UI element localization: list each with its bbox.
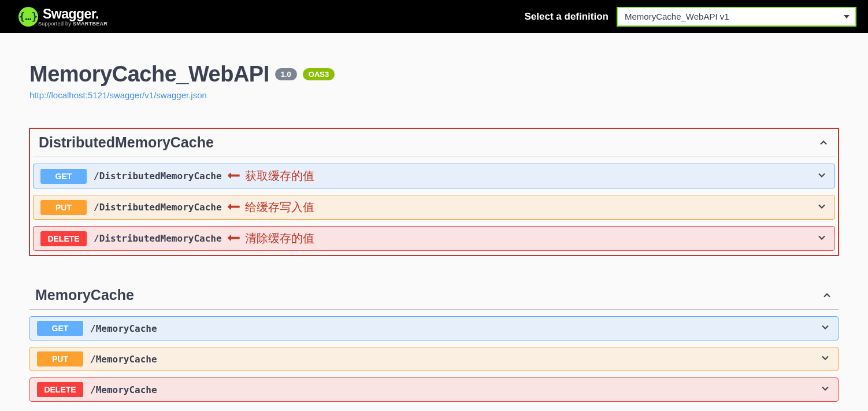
api-header: MemoryCache_WebAPI 1.0 OAS3 http://local… — [29, 62, 839, 101]
logo-text: Swagger. — [43, 6, 107, 22]
operation-put[interactable]: PUT /DistributedMemoryCache 🠔 给缓存写入值 — [33, 195, 835, 220]
annotation-text: 清除缓存的值 — [245, 231, 314, 246]
method-badge-delete: DELETE — [37, 382, 83, 397]
method-badge-get: GET — [40, 169, 87, 184]
main-container: MemoryCache_WebAPI 1.0 OAS3 http://local… — [18, 33, 850, 411]
definition-select-wrap: MemoryCache_WebAPI v1 — [617, 7, 856, 27]
chevron-down-icon — [816, 169, 828, 181]
tag-name: DistributedMemoryCache — [39, 134, 214, 151]
tag-section-distributedmemorycache: DistributedMemoryCache GET /DistributedM… — [29, 128, 839, 256]
chevron-down-icon — [819, 321, 831, 333]
operation-put[interactable]: PUT /MemoryCache — [29, 347, 839, 371]
tag-name: MemoryCache — [35, 287, 134, 303]
operation-delete[interactable]: DELETE /DistributedMemoryCache 🠔 清除缓存的值 — [33, 226, 835, 251]
operation-get[interactable]: GET /DistributedMemoryCache 🠔 获取缓存的值 — [33, 164, 835, 188]
api-title: MemoryCache_WebAPI — [29, 62, 269, 87]
topbar: {…} Swagger. Supported by SMARTBEAR Sele… — [0, 0, 868, 33]
method-badge-put: PUT — [37, 351, 83, 366]
operation-get[interactable]: GET /MemoryCache — [29, 316, 839, 340]
tag-header[interactable]: DistributedMemoryCache — [33, 131, 835, 157]
method-badge-delete: DELETE — [40, 231, 87, 246]
chevron-up-icon — [818, 137, 829, 149]
tag-header[interactable]: MemoryCache — [29, 283, 839, 310]
annotation: 🠔 获取缓存的值 — [228, 168, 314, 184]
tag-section-memorycache: MemoryCache GET /MemoryCache PUT /Memory… — [29, 283, 839, 402]
annotation: 🠔 清除缓存的值 — [228, 231, 314, 246]
annotation: 🠔 给缓存写入值 — [228, 199, 314, 215]
operation-path: /MemoryCache — [90, 384, 157, 395]
definition-select[interactable]: MemoryCache_WebAPI v1 — [617, 7, 856, 27]
operation-path: /DistributedMemoryCache — [94, 202, 222, 213]
arrow-left-icon: 🠔 — [228, 201, 240, 214]
oas-badge: OAS3 — [303, 68, 335, 80]
method-badge-get: GET — [37, 321, 83, 336]
annotation-text: 给缓存写入值 — [245, 199, 314, 215]
chevron-up-icon — [821, 290, 833, 301]
logo[interactable]: {…} Swagger. Supported by SMARTBEAR — [18, 6, 107, 27]
method-badge-put: PUT — [40, 200, 87, 215]
chevron-down-icon — [819, 352, 831, 364]
chevron-down-icon — [819, 383, 831, 394]
arrow-left-icon: 🠔 — [228, 232, 240, 245]
spec-url-link[interactable]: http://localhost:5121/swagger/v1/swagger… — [29, 90, 207, 100]
annotation-text: 获取缓存的值 — [245, 168, 314, 184]
operation-path: /DistributedMemoryCache — [94, 171, 222, 182]
definition-selector: Select a definition MemoryCache_WebAPI v… — [525, 7, 856, 27]
chevron-down-icon — [816, 232, 828, 243]
operation-path: /MemoryCache — [90, 323, 157, 334]
operation-path: /MemoryCache — [90, 354, 157, 365]
operation-path: /DistributedMemoryCache — [94, 233, 222, 244]
logo-subtext: Supported by SMARTBEAR — [38, 21, 107, 27]
definition-label: Select a definition — [525, 11, 609, 23]
arrow-left-icon: 🠔 — [228, 170, 240, 183]
operation-delete[interactable]: DELETE /MemoryCache — [29, 377, 839, 402]
version-badge: 1.0 — [275, 68, 297, 80]
swagger-icon: {…} — [18, 7, 38, 27]
chevron-down-icon — [816, 201, 828, 212]
